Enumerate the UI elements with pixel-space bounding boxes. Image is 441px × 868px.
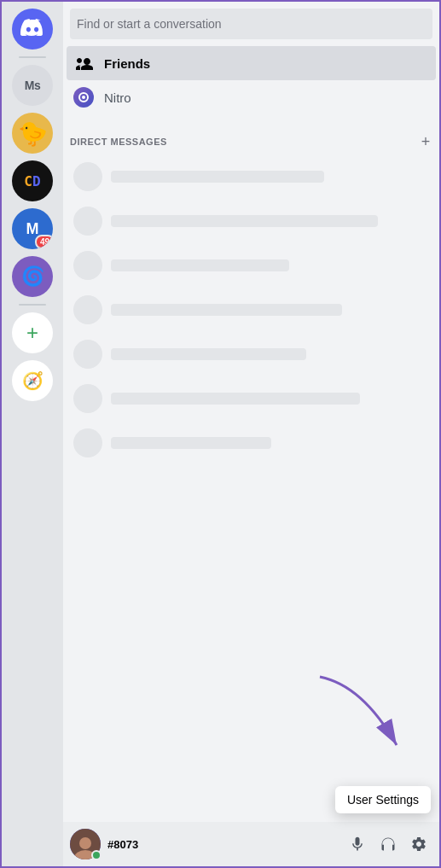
- server-item-cd[interactable]: CD: [12, 160, 53, 201]
- dm-item[interactable]: [67, 155, 436, 198]
- user-controls: [344, 830, 432, 858]
- user-status-online: [91, 850, 102, 860]
- dm-avatar-2: [73, 207, 102, 236]
- friends-nav-item[interactable]: Friends: [67, 46, 436, 80]
- deafen-button[interactable]: [374, 830, 402, 858]
- server-item-ms[interactable]: Ms: [12, 65, 53, 106]
- gear-icon: [410, 836, 427, 853]
- explore-button[interactable]: 🧭: [12, 360, 53, 401]
- user-area: #8073: [63, 822, 439, 866]
- dm-item[interactable]: [67, 288, 436, 331]
- dm-item[interactable]: [67, 377, 436, 420]
- dm-item[interactable]: [67, 200, 436, 242]
- microphone-icon: [349, 836, 366, 853]
- friends-icon: [73, 53, 94, 73]
- dm-item[interactable]: [67, 244, 436, 287]
- nitro-icon: [73, 87, 94, 108]
- dm-list: [63, 152, 439, 491]
- user-settings-tooltip: User Settings: [335, 786, 431, 813]
- dm-panel: Find or start a conversation Friends: [63, 2, 439, 866]
- add-server-button[interactable]: +: [12, 312, 53, 353]
- search-placeholder: Find or start a conversation: [77, 17, 426, 31]
- server-divider: [19, 56, 46, 58]
- duck-icon: 🐤: [18, 119, 48, 148]
- tooltip-text: User Settings: [347, 793, 419, 807]
- dm-name-2: [111, 215, 378, 227]
- search-bar[interactable]: Find or start a conversation: [70, 9, 432, 39]
- dm-avatar-7: [73, 428, 102, 457]
- user-tag: #8073: [107, 838, 337, 851]
- compass-icon: 🧭: [22, 370, 44, 391]
- dm-avatar-1: [73, 162, 102, 191]
- svg-point-3: [79, 837, 91, 849]
- server-item-purple[interactable]: 🌀: [12, 256, 53, 297]
- dm-name-1: [111, 171, 324, 183]
- user-avatar: [70, 829, 101, 859]
- dm-name-5: [111, 348, 306, 360]
- headphone-icon: [380, 836, 397, 853]
- dm-section-title: DIRECT MESSAGES: [70, 137, 167, 147]
- nitro-label: Nitro: [104, 90, 131, 105]
- badge-m: 49: [35, 235, 53, 249]
- dm-avatar-5: [73, 340, 102, 369]
- dm-avatar-3: [73, 251, 102, 280]
- dm-name-3: [111, 259, 289, 271]
- server-initials-ms: Ms: [25, 79, 40, 92]
- m-icon: M: [26, 220, 39, 238]
- discord-icon: [20, 19, 44, 39]
- nitro-nav-item[interactable]: Nitro: [67, 80, 436, 114]
- cd-initials: CD: [24, 173, 40, 189]
- mute-button[interactable]: [344, 830, 371, 858]
- purple-icon: 🌀: [21, 265, 44, 288]
- server-item-duck[interactable]: 🐤: [12, 113, 53, 154]
- arrow-graphic: [311, 668, 422, 762]
- plus-icon: +: [26, 323, 38, 343]
- add-dm-button[interactable]: +: [419, 135, 432, 149]
- dm-avatar-6: [73, 384, 102, 413]
- dm-item[interactable]: [67, 422, 436, 464]
- friends-label: Friends: [104, 56, 150, 71]
- svg-point-1: [82, 96, 85, 99]
- nav-items: Friends Nitro: [63, 39, 439, 121]
- server-item-m[interactable]: M 49: [12, 208, 53, 249]
- server-divider-2: [19, 304, 46, 306]
- discord-home-button[interactable]: [12, 9, 53, 50]
- server-sidebar: Ms 🐤 CD M 49 🌀 +: [2, 2, 63, 866]
- dm-item[interactable]: [67, 333, 436, 376]
- settings-button[interactable]: [405, 830, 432, 858]
- dm-avatar-4: [73, 295, 102, 324]
- dm-name-6: [111, 393, 360, 405]
- dm-name-7: [111, 437, 271, 449]
- dm-name-4: [111, 304, 342, 316]
- dm-section-header: DIRECT MESSAGES +: [63, 121, 439, 152]
